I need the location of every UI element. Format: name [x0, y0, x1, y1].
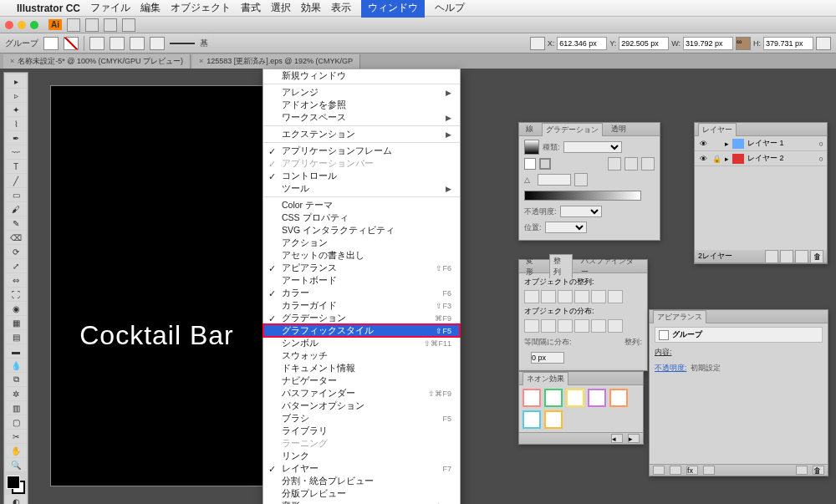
menu-item[interactable]: ライブラリ: [263, 425, 460, 437]
gradient-panel[interactable]: 線 グラデーション 透明 種類: △ 不透明度: 位置:: [518, 122, 660, 241]
graphic-style-swatch[interactable]: [522, 410, 541, 429]
menu-item[interactable]: ドキュメント情報: [263, 362, 460, 374]
minimize-icon[interactable]: [18, 21, 26, 29]
menu-help[interactable]: ヘルプ: [435, 1, 465, 15]
document-tab[interactable]: ×125583 [更新済み].eps @ 192% (CMYK/GP: [192, 54, 360, 69]
graphic-style-swatch[interactable]: [544, 410, 563, 429]
symbol-sprayer-tool-icon[interactable]: ✲: [6, 387, 26, 400]
gradient-stroke-icon[interactable]: [539, 158, 551, 170]
menu-item[interactable]: カラーガイド⇧F3: [263, 299, 460, 312]
menu-effect[interactable]: 効果: [301, 1, 321, 15]
shape-builder-tool-icon[interactable]: ◉: [6, 302, 26, 315]
artboard[interactable]: Cocktail Bar: [50, 85, 263, 486]
menu-item[interactable]: 新規ウィンドウ: [263, 69, 460, 82]
clear-icon[interactable]: [703, 466, 715, 475]
fill-stroke-swatch[interactable]: [7, 476, 25, 494]
graphic-style-swatch[interactable]: [588, 389, 606, 407]
color-mode-icon[interactable]: ◐: [6, 495, 26, 504]
free-transform-tool-icon[interactable]: ⛶: [6, 288, 26, 301]
menu-item[interactable]: グラフィックスタイル⇧F5: [263, 324, 460, 337]
menu-item[interactable]: ✓カラーF6: [263, 287, 460, 299]
gradient-fill-icon[interactable]: [524, 158, 536, 170]
menu-view[interactable]: 表示: [331, 1, 351, 15]
menu-item[interactable]: パターンオプション: [263, 400, 460, 412]
gradient-tool-icon[interactable]: ▬: [6, 344, 26, 358]
panel-tab[interactable]: グラデーション: [542, 123, 603, 136]
link-wh-icon[interactable]: ∞: [736, 37, 751, 50]
toolbar-button[interactable]: [122, 18, 135, 32]
menu-type[interactable]: 書式: [241, 1, 261, 15]
opacity-label[interactable]: 不透明度:: [655, 363, 687, 374]
eyedropper-tool-icon[interactable]: 💧: [6, 359, 26, 372]
expand-icon[interactable]: ▸: [725, 140, 729, 148]
pen-tool-icon[interactable]: ✒: [6, 131, 26, 145]
layer-row[interactable]: 👁 ▸ レイヤー 1 ○: [695, 136, 827, 151]
delete-layer-icon[interactable]: 🗑: [810, 250, 823, 263]
rectangle-tool-icon[interactable]: ▭: [6, 188, 26, 201]
add-effect-icon[interactable]: fx: [686, 466, 698, 475]
extra-opt[interactable]: [816, 37, 831, 50]
panel-title[interactable]: アピアランス: [653, 310, 706, 323]
menu-file[interactable]: ファイル: [90, 1, 130, 15]
locate-layer-icon[interactable]: [765, 250, 778, 263]
line-tool-icon[interactable]: ╱: [6, 174, 26, 187]
menu-item[interactable]: ✓レイヤーF7: [263, 462, 460, 475]
align-vcenter-icon[interactable]: [591, 290, 606, 303]
panel-tab[interactable]: パスファインダー: [578, 255, 644, 278]
add-stroke-icon[interactable]: [653, 466, 665, 475]
delete-icon[interactable]: 🗑: [813, 466, 824, 475]
menu-window[interactable]: ウィンドウ: [361, 0, 425, 18]
expand-icon[interactable]: ▸: [725, 155, 729, 163]
stop-position-select[interactable]: [545, 221, 587, 233]
opacity-box[interactable]: [150, 37, 165, 50]
layer-name[interactable]: レイヤー 1: [747, 138, 784, 149]
gradient-type-select[interactable]: [563, 141, 622, 153]
stroke-style[interactable]: [110, 37, 125, 50]
lock-icon[interactable]: 🔒: [711, 155, 721, 163]
mesh-tool-icon[interactable]: ▤: [6, 330, 26, 344]
appearance-panel[interactable]: アピアランス グループ 内容: 不透明度: 初期設定 fx 🗑: [649, 309, 828, 476]
selection-tool-icon[interactable]: ▸: [6, 74, 26, 88]
menu-item[interactable]: スウォッチ: [263, 349, 460, 362]
menu-item[interactable]: Color テーマ: [263, 199, 460, 211]
canvas-area[interactable]: Cocktail Bar: [50, 85, 263, 486]
duplicate-icon[interactable]: [796, 466, 808, 475]
menu-item[interactable]: パスファインダー⇧⌘F9: [263, 387, 460, 400]
visibility-icon[interactable]: 👁: [698, 155, 708, 163]
close-tab-icon[interactable]: ×: [199, 57, 203, 65]
h-input[interactable]: [763, 37, 813, 50]
menu-item[interactable]: SVG インタラクティビティ: [263, 224, 460, 237]
align-right-icon[interactable]: [558, 290, 573, 303]
panel-tab[interactable]: 変形: [522, 255, 544, 278]
visibility-icon[interactable]: 👁: [698, 140, 708, 148]
graphic-style-swatch[interactable]: [522, 389, 541, 407]
toolbar-button[interactable]: [104, 18, 117, 32]
curvature-tool-icon[interactable]: 〰: [6, 145, 26, 159]
toolbar-button[interactable]: [85, 18, 99, 32]
ref-point[interactable]: [530, 37, 545, 50]
menu-item[interactable]: 分版プレビュー: [263, 487, 460, 500]
menu-item[interactable]: アレンジ▶: [263, 86, 460, 99]
blend-tool-icon[interactable]: ⧉: [6, 373, 26, 386]
layers-panel[interactable]: レイヤー 👁 ▸ レイヤー 1 ○ 👁 🔒 ▸ レイヤー 2 ○ 2レイヤー: [694, 122, 828, 264]
scale-tool-icon[interactable]: ⤢: [6, 259, 26, 272]
lasso-tool-icon[interactable]: ⌇: [6, 117, 26, 130]
target-icon[interactable]: ○: [819, 155, 823, 163]
align-left-icon[interactable]: [524, 290, 539, 303]
menu-item[interactable]: ✓コントロール: [263, 170, 460, 182]
align-bottom-icon[interactable]: [608, 290, 623, 303]
dist-vcenter-icon[interactable]: [541, 319, 556, 333]
y-input[interactable]: [619, 37, 669, 50]
perspective-tool-icon[interactable]: ▦: [6, 316, 26, 329]
zoom-tool-icon[interactable]: 🔍: [6, 458, 26, 471]
close-icon[interactable]: [5, 21, 13, 29]
next-icon[interactable]: ▸: [628, 434, 640, 443]
menu-item[interactable]: シンボル⇧⌘F11: [263, 337, 460, 349]
close-tab-icon[interactable]: ×: [10, 57, 14, 65]
panel-tab[interactable]: 整列: [549, 254, 573, 278]
column-graph-tool-icon[interactable]: ▥: [6, 401, 26, 415]
slice-tool-icon[interactable]: ✂: [6, 430, 26, 443]
document-tab[interactable]: ×名称未設定-5* @ 100% (CMYK/GPU プレビュー): [3, 54, 191, 69]
align-panel[interactable]: 変形 整列 パスファインダー オブジェクトの整列: オブジェクトの分布: 等間隔…: [518, 259, 648, 371]
gradient-opt-icon[interactable]: [608, 157, 621, 171]
